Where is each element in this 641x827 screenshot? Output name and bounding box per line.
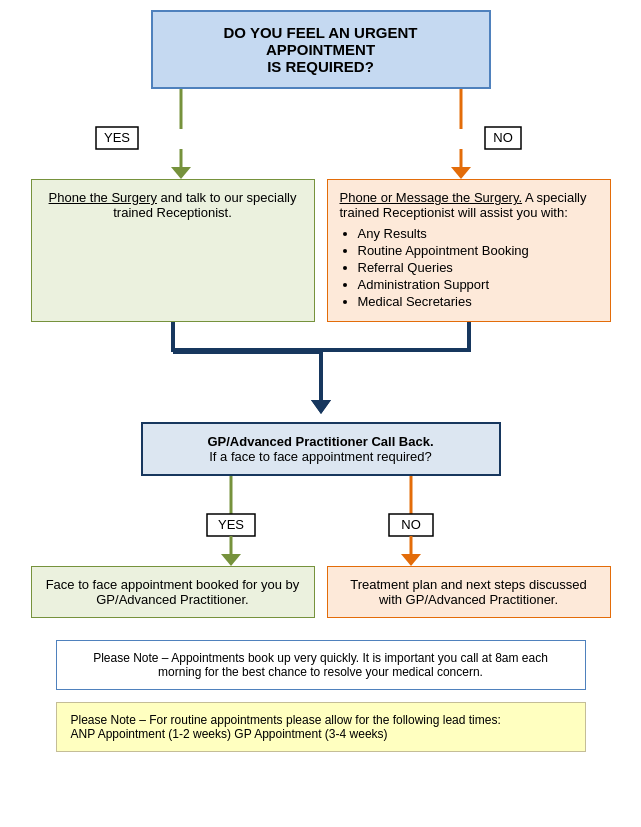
svg-marker-9 — [451, 167, 471, 179]
top-arrows-svg: YES NO — [31, 89, 611, 179]
bottom-right-text: Treatment plan and next steps discussed … — [350, 577, 587, 607]
bottom-left-box: Face to face appointment booked for you … — [31, 566, 315, 618]
bottom-row: Face to face appointment booked for you … — [31, 566, 611, 618]
note1-text: Please Note – Appointments book up very … — [93, 651, 548, 679]
right-box-link: Phone or Message the Surgery. — [340, 190, 523, 205]
note-box-1: Please Note – Appointments book up very … — [56, 640, 586, 690]
note2-line2: ANP Appointment (1-2 weeks) GP Appointme… — [71, 727, 388, 741]
top-connector: DO YOU FEEL AN URGENT APPOINTMENT IS REQ… — [151, 10, 491, 89]
two-col-boxes: Phone the Surgery and talk to our specia… — [31, 179, 611, 322]
svg-text:NO: NO — [493, 130, 513, 145]
svg-marker-29 — [401, 554, 421, 566]
bottom-notes: Please Note – Appointments book up very … — [10, 634, 631, 758]
left-box-link: Phone the Surgery — [49, 190, 157, 205]
svg-marker-24 — [221, 554, 241, 566]
bottom-arrows-svg: YES NO — [31, 476, 611, 566]
note2-line1: Please Note – For routine appointments p… — [71, 713, 501, 727]
svg-text:NO: NO — [401, 517, 421, 532]
top-arrows-area: YES NO — [31, 89, 611, 179]
left-green-box: Phone the Surgery and talk to our specia… — [31, 179, 315, 322]
svg-marker-4 — [171, 167, 191, 179]
list-item-results: Any Results — [358, 226, 598, 241]
bottom-arrows-area: YES NO — [31, 476, 611, 566]
list-item-admin: Administration Support — [358, 277, 598, 292]
middle-box-line1: GP/Advanced Practitioner Call Back. — [207, 434, 433, 449]
middle-box-line2: If a face to face appointment required? — [209, 449, 432, 464]
middle-box: GP/Advanced Practitioner Call Back. If a… — [141, 422, 501, 476]
svg-text:YES: YES — [217, 517, 243, 532]
list-item-referral: Referral Queries — [358, 260, 598, 275]
list-item-medical: Medical Secretaries — [358, 294, 598, 309]
flowchart: DO YOU FEEL AN URGENT APPOINTMENT IS REQ… — [10, 10, 631, 758]
svg-text:YES: YES — [103, 130, 129, 145]
bottom-left-text: Face to face appointment booked for you … — [46, 577, 300, 607]
middle-arrows-area — [31, 322, 611, 422]
middle-arrows-svg2 — [31, 322, 611, 422]
svg-marker-19 — [311, 400, 331, 414]
question-box: DO YOU FEEL AN URGENT APPOINTMENT IS REQ… — [151, 10, 491, 89]
question-line1: DO YOU FEEL AN URGENT APPOINTMENT — [224, 24, 418, 58]
list-item-routine: Routine Appointment Booking — [358, 243, 598, 258]
right-pink-box: Phone or Message the Surgery. A speciall… — [327, 179, 611, 322]
question-line2: IS REQUIRED? — [267, 58, 374, 75]
note-box-2: Please Note – For routine appointments p… — [56, 702, 586, 752]
right-box-list: Any Results Routine Appointment Booking … — [340, 226, 598, 309]
bottom-right-box: Treatment plan and next steps discussed … — [327, 566, 611, 618]
